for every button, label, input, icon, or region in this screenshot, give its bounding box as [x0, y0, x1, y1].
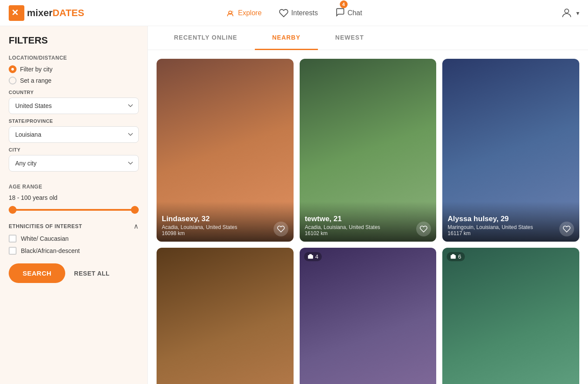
- age-range-title: AGE RANGE: [9, 184, 139, 190]
- city-select[interactable]: Any city: [9, 155, 139, 172]
- ethnicity-black[interactable]: Black/African-descent: [9, 247, 139, 255]
- tabs: RECENTLY ONLINE NEARBY NEWEST: [148, 26, 588, 50]
- card-heart-3[interactable]: [559, 222, 574, 236]
- reset-button[interactable]: RESET ALL: [74, 270, 110, 277]
- photo-count-5: 4: [304, 252, 322, 261]
- age-range-text: 18 - 100 years old: [9, 194, 139, 201]
- logo-icon: ✕: [9, 5, 24, 21]
- card-location-1: Acadia, Louisiana, United States: [162, 224, 288, 230]
- chat-badge: 4: [340, 0, 347, 8]
- card-location-2: Acadia, Louisiana, United States: [305, 224, 431, 230]
- nav-explore-label: Explore: [238, 9, 261, 17]
- header: ✕ mixerDATES Explore Interests: [0, 0, 588, 26]
- age-range-section: AGE RANGE 18 - 100 years old: [9, 184, 139, 214]
- state-select[interactable]: Louisiana: [9, 126, 139, 143]
- ethnicity-header: ETHNICITIES OF INTEREST ∧: [9, 222, 139, 230]
- camera-icon: [450, 253, 456, 259]
- location-section: LOCATION/DISTANCE Filter by city Set a r…: [9, 55, 139, 176]
- nav-interests[interactable]: Interests: [279, 7, 318, 19]
- svg-point-5: [310, 256, 311, 258]
- range-thumb-max[interactable]: [131, 206, 139, 214]
- ethnicity-black-label: Black/African-descent: [21, 247, 80, 254]
- card-distance-2: 16102 km: [305, 230, 431, 236]
- checkbox-white: [9, 235, 17, 243]
- profile-grid: Lindasexy, 32 Acadia, Louisiana, United …: [148, 50, 588, 384]
- nav-explore[interactable]: Explore: [226, 7, 261, 19]
- filters-title: FILTERS: [9, 35, 139, 46]
- ethnicity-title: ETHNICITIES OF INTEREST: [9, 223, 82, 229]
- heart-icon-2: [420, 225, 428, 233]
- tab-recently-online[interactable]: RECENTLY ONLINE: [157, 26, 255, 50]
- checkbox-black: [9, 247, 17, 255]
- radio-filter-city-indicator: [9, 65, 17, 73]
- heart-icon-1: [277, 225, 285, 233]
- card-heart-1[interactable]: [274, 222, 288, 236]
- range-track: [9, 209, 139, 211]
- heart-icon-3: [563, 225, 571, 233]
- card-distance-1: 16098 km: [162, 230, 288, 236]
- state-label: STATE/PROVINCE: [9, 118, 139, 124]
- sidebar: FILTERS LOCATION/DISTANCE Filter by city…: [0, 26, 148, 384]
- nav: Explore Interests 4 Chat: [226, 7, 362, 19]
- ethnicity-white-label: White/ Caucasian: [21, 235, 69, 242]
- radio-set-range-label: Set a range: [20, 77, 51, 84]
- location-radio-group: Filter by city Set a range: [9, 65, 139, 84]
- radio-set-range[interactable]: Set a range: [9, 77, 139, 84]
- location-section-title: LOCATION/DISTANCE: [9, 55, 139, 61]
- nav-interests-label: Interests: [291, 9, 318, 17]
- nav-chat[interactable]: 4 Chat: [335, 7, 362, 19]
- country-select[interactable]: United States: [9, 98, 139, 114]
- camera-icon: [307, 253, 314, 259]
- ethnicity-section: ETHNICITIES OF INTEREST ∧ White/ Caucasi…: [9, 222, 139, 255]
- ethnicity-collapse-icon[interactable]: ∧: [134, 222, 139, 230]
- profile-card-4[interactable]: Christiana, 20 Acadia, Louisiana, United…: [157, 248, 294, 384]
- card-overlay-1: Lindasexy, 32 Acadia, Louisiana, United …: [157, 202, 294, 242]
- tab-nearby[interactable]: NEARBY: [255, 26, 318, 50]
- country-label: COUNTRY: [9, 90, 139, 95]
- svg-text:✕: ✕: [11, 8, 19, 17]
- radio-set-range-indicator: [9, 77, 17, 84]
- card-location-3: Maringouin, Louisiana, United States: [448, 224, 574, 230]
- search-button[interactable]: SEARCH: [9, 263, 65, 283]
- city-label: CITY: [9, 147, 139, 152]
- profile-card-1[interactable]: Lindasexy, 32 Acadia, Louisiana, United …: [157, 59, 294, 242]
- profile-card-3[interactable]: Alyssa hulsey, 29 Maringouin, Louisiana,…: [442, 59, 579, 242]
- main-content: RECENTLY ONLINE NEARBY NEWEST Lindasexy,…: [148, 26, 588, 384]
- card-distance-3: 16117 km: [448, 230, 574, 236]
- age-range-slider[interactable]: [9, 205, 139, 214]
- svg-point-2: [231, 10, 234, 13]
- card-name-2: tewtwe, 21: [305, 215, 431, 223]
- range-thumb-min[interactable]: [9, 206, 17, 214]
- card-heart-2[interactable]: [416, 222, 431, 236]
- svg-point-3: [565, 9, 568, 13]
- profile-card-2[interactable]: tewtwe, 21 Acadia, Louisiana, United Sta…: [300, 59, 437, 242]
- radio-filter-city-label: Filter by city: [20, 66, 53, 73]
- card-overlay-2: tewtwe, 21 Acadia, Louisiana, United Sta…: [300, 202, 437, 242]
- profile-card-5[interactable]: 4 Aria, 34 Baton Rouge, Louisiana, Unite…: [300, 248, 437, 384]
- logo-text: mixerDATES: [27, 7, 84, 19]
- svg-point-7: [453, 256, 454, 258]
- account-menu[interactable]: ▾: [561, 7, 579, 19]
- sidebar-actions: SEARCH RESET ALL: [9, 263, 139, 283]
- photo-count-6: 6: [447, 252, 464, 261]
- card-name-1: Lindasexy, 32: [162, 215, 288, 223]
- tab-newest[interactable]: NEWEST: [318, 26, 381, 50]
- logo-area: ✕ mixerDATES: [9, 5, 96, 21]
- profile-card-6[interactable]: 6 QueenKeeKee, 53 Baton Rouge, Louisiana…: [442, 248, 579, 384]
- card-overlay-3: Alyssa hulsey, 29 Maringouin, Louisiana,…: [442, 202, 579, 242]
- layout: FILTERS LOCATION/DISTANCE Filter by city…: [0, 26, 588, 384]
- account-chevron: ▾: [576, 10, 579, 17]
- radio-filter-by-city[interactable]: Filter by city: [9, 65, 139, 73]
- card-name-3: Alyssa hulsey, 29: [448, 215, 574, 223]
- nav-chat-label: Chat: [347, 9, 362, 17]
- account-icon: [561, 7, 573, 19]
- ethnicity-white[interactable]: White/ Caucasian: [9, 235, 139, 243]
